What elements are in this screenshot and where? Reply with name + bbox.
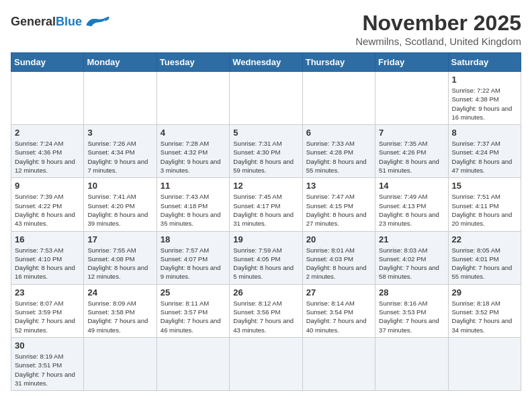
- day-info: Sunrise: 8:12 AM Sunset: 3:56 PM Dayligh…: [233, 299, 298, 334]
- calendar-cell: 6Sunrise: 7:33 AM Sunset: 4:28 PM Daylig…: [302, 125, 375, 178]
- day-number: 24: [87, 287, 152, 298]
- calendar-cell: [375, 72, 448, 125]
- day-info: Sunrise: 7:41 AM Sunset: 4:20 PM Dayligh…: [87, 192, 152, 228]
- calendar-cell: 9Sunrise: 7:39 AM Sunset: 4:22 PM Daylig…: [11, 178, 84, 231]
- day-number: 30: [15, 340, 80, 351]
- logo-bird-icon: [83, 15, 110, 30]
- logo: GeneralBlue: [11, 11, 110, 30]
- calendar-cell: 3Sunrise: 7:26 AM Sunset: 4:34 PM Daylig…: [84, 125, 157, 178]
- day-number: 20: [306, 234, 371, 244]
- day-number: 14: [379, 181, 444, 191]
- day-number: 2: [15, 128, 80, 138]
- calendar-cell: [375, 337, 448, 390]
- day-number: 15: [452, 181, 517, 191]
- location-title: Newmilns, Scotland, United Kingdom: [355, 36, 521, 47]
- day-number: 17: [87, 234, 152, 244]
- calendar-cell: 10Sunrise: 7:41 AM Sunset: 4:20 PM Dayli…: [84, 178, 157, 231]
- calendar-cell: 25Sunrise: 8:11 AM Sunset: 3:57 PM Dayli…: [157, 284, 229, 337]
- day-info: Sunrise: 7:55 AM Sunset: 4:08 PM Dayligh…: [87, 246, 152, 281]
- day-info: Sunrise: 8:03 AM Sunset: 4:02 PM Dayligh…: [379, 246, 444, 281]
- weekday-header-row: SundayMondayTuesdayWednesdayThursdayFrid…: [11, 53, 521, 72]
- header: GeneralBlue November 2025 Newmilns, Scot…: [11, 11, 521, 47]
- day-info: Sunrise: 8:09 AM Sunset: 3:58 PM Dayligh…: [87, 299, 152, 334]
- day-info: Sunrise: 8:18 AM Sunset: 3:52 PM Dayligh…: [452, 299, 517, 334]
- calendar-cell: 27Sunrise: 8:14 AM Sunset: 3:54 PM Dayli…: [302, 284, 375, 337]
- calendar-cell: 19Sunrise: 7:59 AM Sunset: 4:05 PM Dayli…: [230, 231, 302, 284]
- day-info: Sunrise: 8:05 AM Sunset: 4:01 PM Dayligh…: [452, 246, 517, 281]
- calendar-cell: 11Sunrise: 7:43 AM Sunset: 4:18 PM Dayli…: [157, 178, 229, 231]
- day-info: Sunrise: 7:26 AM Sunset: 4:34 PM Dayligh…: [87, 139, 152, 175]
- calendar-cell: 29Sunrise: 8:18 AM Sunset: 3:52 PM Dayli…: [448, 284, 521, 337]
- day-number: 29: [452, 287, 517, 298]
- day-number: 28: [379, 287, 444, 298]
- day-info: Sunrise: 8:19 AM Sunset: 3:51 PM Dayligh…: [15, 352, 80, 387]
- day-number: 22: [452, 234, 517, 244]
- day-number: 1: [452, 75, 517, 85]
- day-info: Sunrise: 7:57 AM Sunset: 4:07 PM Dayligh…: [161, 246, 226, 281]
- calendar-cell: 20Sunrise: 8:01 AM Sunset: 4:03 PM Dayli…: [302, 231, 375, 284]
- month-title: November 2025: [355, 11, 521, 36]
- week-row-0: 1Sunrise: 7:22 AM Sunset: 4:38 PM Daylig…: [11, 72, 521, 125]
- day-number: 18: [161, 234, 226, 244]
- day-number: 6: [306, 128, 371, 138]
- day-info: Sunrise: 7:31 AM Sunset: 4:30 PM Dayligh…: [233, 139, 298, 175]
- calendar-cell: 5Sunrise: 7:31 AM Sunset: 4:30 PM Daylig…: [230, 125, 302, 178]
- day-number: 9: [15, 181, 80, 191]
- logo-text: GeneralBlue: [11, 15, 82, 28]
- day-info: Sunrise: 7:47 AM Sunset: 4:15 PM Dayligh…: [306, 192, 371, 228]
- calendar-cell: 15Sunrise: 7:51 AM Sunset: 4:11 PM Dayli…: [448, 178, 521, 231]
- day-info: Sunrise: 8:16 AM Sunset: 3:53 PM Dayligh…: [379, 299, 444, 334]
- calendar-cell: [84, 72, 157, 125]
- week-row-2: 9Sunrise: 7:39 AM Sunset: 4:22 PM Daylig…: [11, 178, 521, 231]
- day-number: 3: [87, 128, 152, 138]
- weekday-header-thursday: Thursday: [302, 53, 375, 72]
- calendar-cell: [302, 337, 375, 390]
- day-info: Sunrise: 7:59 AM Sunset: 4:05 PM Dayligh…: [233, 246, 298, 281]
- calendar-cell: 24Sunrise: 8:09 AM Sunset: 3:58 PM Dayli…: [84, 284, 157, 337]
- day-number: 13: [306, 181, 371, 191]
- day-number: 10: [87, 181, 152, 191]
- calendar-cell: 12Sunrise: 7:45 AM Sunset: 4:17 PM Dayli…: [230, 178, 302, 231]
- calendar-cell: 23Sunrise: 8:07 AM Sunset: 3:59 PM Dayli…: [11, 284, 84, 337]
- calendar-cell: 7Sunrise: 7:35 AM Sunset: 4:26 PM Daylig…: [375, 125, 448, 178]
- calendar-cell: 30Sunrise: 8:19 AM Sunset: 3:51 PM Dayli…: [11, 337, 84, 390]
- week-row-5: 30Sunrise: 8:19 AM Sunset: 3:51 PM Dayli…: [11, 337, 521, 390]
- calendar-cell: [448, 337, 521, 390]
- calendar-cell: [302, 72, 375, 125]
- day-number: 25: [161, 287, 226, 298]
- week-row-4: 23Sunrise: 8:07 AM Sunset: 3:59 PM Dayli…: [11, 284, 521, 337]
- title-area: November 2025 Newmilns, Scotland, United…: [355, 11, 521, 47]
- day-number: 5: [233, 128, 298, 138]
- day-info: Sunrise: 8:01 AM Sunset: 4:03 PM Dayligh…: [306, 246, 371, 281]
- day-info: Sunrise: 7:49 AM Sunset: 4:13 PM Dayligh…: [379, 192, 444, 228]
- calendar-cell: [157, 337, 229, 390]
- day-info: Sunrise: 7:45 AM Sunset: 4:17 PM Dayligh…: [233, 192, 298, 228]
- day-info: Sunrise: 7:39 AM Sunset: 4:22 PM Dayligh…: [15, 192, 80, 228]
- day-number: 4: [161, 128, 226, 138]
- day-info: Sunrise: 7:37 AM Sunset: 4:24 PM Dayligh…: [452, 139, 517, 175]
- day-info: Sunrise: 7:53 AM Sunset: 4:10 PM Dayligh…: [15, 246, 80, 281]
- calendar-cell: 22Sunrise: 8:05 AM Sunset: 4:01 PM Dayli…: [448, 231, 521, 284]
- calendar-cell: 16Sunrise: 7:53 AM Sunset: 4:10 PM Dayli…: [11, 231, 84, 284]
- calendar-cell: [230, 72, 302, 125]
- day-number: 27: [306, 287, 371, 298]
- calendar-cell: 2Sunrise: 7:24 AM Sunset: 4:36 PM Daylig…: [11, 125, 84, 178]
- calendar-cell: 1Sunrise: 7:22 AM Sunset: 4:38 PM Daylig…: [448, 72, 521, 125]
- day-number: 16: [15, 234, 80, 244]
- day-number: 11: [161, 181, 226, 191]
- day-number: 19: [233, 234, 298, 244]
- week-row-3: 16Sunrise: 7:53 AM Sunset: 4:10 PM Dayli…: [11, 231, 521, 284]
- calendar-cell: 26Sunrise: 8:12 AM Sunset: 3:56 PM Dayli…: [230, 284, 302, 337]
- day-number: 23: [15, 287, 80, 298]
- calendar-cell: 28Sunrise: 8:16 AM Sunset: 3:53 PM Dayli…: [375, 284, 448, 337]
- calendar-cell: [84, 337, 157, 390]
- day-number: 7: [379, 128, 444, 138]
- weekday-header-sunday: Sunday: [11, 53, 84, 72]
- weekday-header-wednesday: Wednesday: [230, 53, 302, 72]
- day-info: Sunrise: 7:43 AM Sunset: 4:18 PM Dayligh…: [161, 192, 226, 228]
- calendar-cell: 4Sunrise: 7:28 AM Sunset: 4:32 PM Daylig…: [157, 125, 229, 178]
- calendar-cell: 18Sunrise: 7:57 AM Sunset: 4:07 PM Dayli…: [157, 231, 229, 284]
- calendar: SundayMondayTuesdayWednesdayThursdayFrid…: [11, 52, 521, 391]
- weekday-header-saturday: Saturday: [448, 53, 521, 72]
- day-number: 12: [233, 181, 298, 191]
